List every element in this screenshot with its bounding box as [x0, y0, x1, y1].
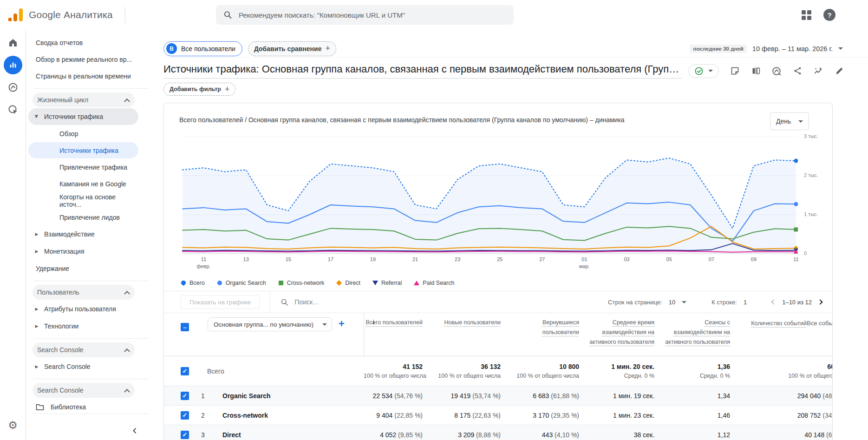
sidebar-item-источники-трафика[interactable]: Источники трафика [28, 142, 138, 158]
sort-descending-icon[interactable]: ↓ [372, 317, 375, 326]
sidebar-item-источники-трафика[interactable]: ▶Источники трафика [28, 108, 138, 125]
add-dimension-icon[interactable]: + [339, 318, 345, 329]
sidebar-item-монетизация[interactable]: ▶Монетизация [28, 243, 138, 260]
column-header-label[interactable]: Новые пользователи [444, 319, 501, 326]
segment-chip-all-users[interactable]: В Все пользователи [163, 41, 242, 56]
sidebar-item-технологии[interactable]: ▶Технологии [28, 318, 138, 335]
go-to-row-value[interactable]: 1 [744, 299, 747, 306]
column-header-label[interactable]: Сеансы с взаимодействием на активного по… [665, 319, 730, 345]
column-header-2[interactable]: Вернувшиеся пользователи [508, 313, 587, 356]
row-dimension-cell: ✓Всего [164, 367, 364, 375]
metric-cell: 3 170 (29,35 %) [508, 412, 587, 419]
column-header-4[interactable]: Сеансы с взаимодействием на активного по… [662, 313, 737, 356]
expand-arrow-icon[interactable]: ▶ [34, 249, 39, 254]
expand-arrow-icon[interactable]: ▶ [34, 307, 39, 311]
legend-diamond-marker [336, 280, 342, 286]
dimension-select[interactable]: Основная группа... по умолчанию) [208, 317, 332, 331]
column-header-label[interactable]: Среднее время взаимодействия на активног… [589, 319, 654, 345]
table-search[interactable] [281, 298, 434, 307]
channel-name: Direct [222, 431, 241, 439]
chart-legend: ВсегоOrganic SearchCross-networkDirectRe… [181, 275, 832, 291]
metric-cell: 9 404 (22,85 %) [364, 412, 430, 419]
table-search-input[interactable] [294, 298, 434, 306]
expand-arrow-icon[interactable]: ▶ [34, 324, 39, 328]
legend-item-paid-search[interactable]: Paid Search [414, 280, 454, 286]
previous-page-icon[interactable] [771, 299, 777, 304]
apps-grid-icon[interactable] [802, 10, 811, 20]
home-icon[interactable] [4, 33, 22, 52]
share-icon[interactable] [792, 66, 803, 77]
legend-item-organic-search[interactable]: Organic Search [217, 280, 266, 286]
column-header-1[interactable]: Новые пользователи [430, 313, 508, 356]
legend-label: Direct [345, 280, 360, 286]
row-checkbox[interactable]: ✓ [181, 367, 189, 375]
sidebar-item-когорты-на-основе-источ-[interactable]: Когорты на основе источ... [28, 192, 138, 209]
global-search-input[interactable] [239, 11, 506, 19]
reports-icon[interactable] [4, 56, 22, 74]
metric-cell: 8 175 (22,63 %) [430, 412, 508, 419]
sidebar-item-взаимодействие[interactable]: ▶Взаимодействие [28, 226, 138, 243]
sidebar-item-обзор[interactable]: Обзор [28, 125, 138, 142]
row-checkbox[interactable]: ✓ [181, 431, 189, 439]
compare-icon[interactable] [750, 66, 761, 77]
sidebar-item-пользователь[interactable]: Пользователь [33, 285, 135, 300]
sidebar-item-удержание[interactable]: Удержание [26, 260, 155, 277]
row-number: 1 [201, 392, 222, 400]
rows-per-page-value[interactable]: 10 [669, 299, 675, 306]
row-checkbox[interactable]: ✓ [181, 392, 189, 400]
insights-icon[interactable] [771, 66, 782, 77]
add-filter-button[interactable]: Добавить фильтр + [163, 83, 235, 96]
expand-arrow-icon[interactable]: ▶ [34, 232, 39, 236]
column-header-5[interactable]: Количество событийВсе события [737, 313, 833, 356]
select-all-checkbox[interactable]: – [181, 323, 189, 331]
global-search[interactable] [216, 5, 514, 25]
column-header-0[interactable]: ↓Всего пользователей [364, 313, 430, 356]
legend-item-direct[interactable]: Direct [336, 280, 360, 286]
brand[interactable]: Google Аналитика [0, 7, 125, 23]
notes-icon[interactable] [729, 66, 740, 77]
collapse-sidebar-icon[interactable] [131, 427, 138, 436]
sidebar-item-атрибуты-пользователя[interactable]: ▶Атрибуты пользователя [28, 301, 138, 317]
chevron-down-icon [798, 120, 803, 123]
rows-per-page-label: Строк на странице: [608, 299, 662, 306]
data-quality-badge[interactable] [688, 64, 719, 78]
sidebar-item-кампания-не-в-google[interactable]: Кампания не в Google [28, 176, 138, 192]
sidebar-item-страницы-в-реальном-времени[interactable]: Страницы в реальном времени [26, 68, 155, 85]
next-page-icon[interactable] [817, 299, 822, 304]
column-header-3[interactable]: Среднее время взаимодействия на активног… [587, 313, 662, 356]
add-comparison-button[interactable]: Добавить сравнение + [248, 41, 336, 56]
edit-icon[interactable] [834, 66, 845, 77]
row-dimension-cell: ✓1Organic Search [164, 392, 364, 400]
legend-item-cross-network[interactable]: Cross-network [278, 280, 325, 286]
metric-cell: 443 (4,10 %) [508, 431, 587, 439]
column-header-label[interactable]: Количество событий [751, 320, 807, 327]
legend-item-всего[interactable]: Всего [181, 280, 205, 286]
sidebar-item-привлечение-трафика[interactable]: Привлечение трафика [28, 159, 138, 175]
sidebar-item-библиотека[interactable]: Библиотека [26, 399, 155, 415]
app-title: Google Аналитика [29, 9, 113, 20]
granularity-select[interactable]: День [770, 112, 809, 130]
date-range-picker[interactable]: последние 30 дней 10 февр. – 11 мар. 202… [690, 45, 843, 53]
legend-item-referral[interactable]: Referral [372, 280, 402, 286]
advertising-icon[interactable] [4, 100, 22, 119]
chevron-down-icon[interactable] [682, 301, 686, 303]
settings-gear-icon[interactable]: ⚙ [8, 419, 18, 432]
column-header-label[interactable]: Вернувшиеся пользователи [542, 319, 579, 335]
explore-report-icon[interactable] [813, 66, 824, 77]
channel-name: Cross-network [222, 412, 268, 419]
row-checkbox[interactable]: ✓ [181, 411, 189, 420]
explore-icon[interactable] [4, 78, 22, 97]
expand-arrow-open-icon[interactable]: ▶ [34, 114, 39, 119]
expand-arrow-icon[interactable]: ▶ [34, 364, 39, 369]
table-body: ✓Всего41 152100 % от общего числа36 1321… [164, 356, 832, 440]
sidebar-item-обзор-в-режиме-реального-вр-[interactable]: Обзор в режиме реального вр... [26, 51, 155, 68]
help-icon[interactable]: ? [823, 9, 835, 21]
sidebar-item-привлечение-лидов[interactable]: Привлечение лидов [28, 209, 138, 225]
sidebar-item-search-console[interactable]: Search Console [33, 342, 135, 357]
sidebar-item-сводка-отчетов[interactable]: Сводка отчетов [26, 34, 155, 51]
sidebar-item-search-console[interactable]: Search Console [33, 383, 135, 398]
sidebar-item-search-console[interactable]: ▶Search Console [28, 358, 138, 375]
sidebar-item-жизненный-цикл[interactable]: Жизненный цикл [33, 92, 135, 107]
plot-rows-button[interactable]: Показать на графике [181, 295, 260, 309]
event-select[interactable]: Все события [807, 320, 833, 327]
